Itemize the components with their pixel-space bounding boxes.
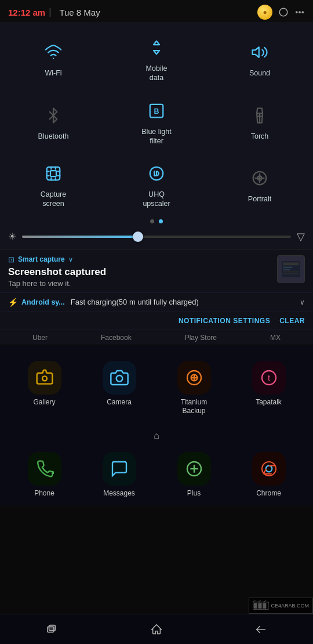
svg-text:B: B bbox=[154, 107, 159, 115]
qs-uhq[interactable]: UHQupscaler bbox=[105, 153, 208, 215]
gallery-label: Gallery bbox=[33, 398, 55, 407]
svg-marker-4 bbox=[253, 47, 259, 57]
svg-point-0 bbox=[279, 8, 287, 16]
app-plus[interactable]: Plus bbox=[158, 447, 230, 503]
status-bar: 12:12 am | Tue 8 May ● bbox=[0, 0, 313, 22]
bluelight-icon: B bbox=[144, 98, 169, 124]
app-titanium[interactable]: TitaniumBackup bbox=[158, 356, 230, 421]
tapatalk-icon: t bbox=[252, 361, 286, 395]
nav-recents-button[interactable] bbox=[41, 618, 64, 641]
app-gallery[interactable]: Gallery bbox=[8, 356, 81, 421]
titanium-icon bbox=[177, 361, 211, 395]
bluetooth-icon bbox=[41, 103, 66, 128]
qs-bluelight-label: Blue lightfilter bbox=[141, 127, 171, 146]
capture-icon bbox=[41, 161, 66, 186]
svg-rect-39 bbox=[49, 625, 56, 630]
screenshot-thumbnail bbox=[277, 255, 305, 283]
charging-notification[interactable]: ⚡ Android sy... Fast charging(50 m until… bbox=[0, 293, 313, 312]
svg-rect-10 bbox=[50, 171, 56, 176]
nav-back-button[interactable] bbox=[249, 618, 272, 641]
charging-app-name: Android sy... bbox=[21, 298, 65, 306]
notif-screenshot-sub: Tap here to view it. bbox=[8, 279, 305, 288]
status-separator: | bbox=[49, 7, 51, 17]
svg-rect-9 bbox=[47, 167, 60, 180]
quick-settings-panel: Wi-Fi Mobiledata Sound Bluetooth B bbox=[0, 22, 313, 249]
app-phone[interactable]: Phone bbox=[8, 447, 81, 503]
svg-point-2 bbox=[299, 12, 300, 13]
app-messages[interactable]: Messages bbox=[83, 447, 155, 503]
plus-label: Plus bbox=[187, 489, 201, 498]
menu-dots-icon bbox=[294, 7, 305, 17]
qs-capture[interactable]: Capturescreen bbox=[2, 153, 104, 215]
app-strip-mx[interactable]: MX bbox=[270, 334, 281, 342]
app-grid-1: Gallery Camera TitaniumBackup bbox=[0, 350, 313, 426]
nav-home-button[interactable] bbox=[145, 618, 168, 641]
qs-grid: Wi-Fi Mobiledata Sound Bluetooth B bbox=[0, 27, 313, 215]
qs-torch-label: Torch bbox=[251, 132, 269, 141]
app-grid-2: Phone Messages Plus bbox=[0, 444, 313, 506]
qs-bluelight[interactable]: B Blue lightfilter bbox=[105, 90, 208, 152]
portrait-icon bbox=[247, 165, 272, 191]
app-strip-uber[interactable]: Uber bbox=[32, 334, 48, 342]
app-strip-playstore[interactable]: Play Store bbox=[185, 334, 217, 342]
dot-2[interactable] bbox=[159, 219, 163, 223]
sound-icon bbox=[247, 39, 272, 65]
charging-chevron-icon: ∨ bbox=[300, 298, 305, 306]
svg-rect-32 bbox=[254, 603, 257, 608]
svg-rect-17 bbox=[283, 269, 290, 270]
screenshot-notification[interactable]: ⊡ Smart capture ∨ Screenshot captured Ta… bbox=[0, 249, 313, 293]
svg-rect-16 bbox=[283, 266, 292, 267]
notif-chevron-icon: ∨ bbox=[68, 256, 73, 263]
uhq-icon bbox=[144, 161, 169, 186]
wifi-icon bbox=[41, 39, 66, 65]
svg-rect-34 bbox=[263, 603, 267, 608]
app-chrome[interactable]: Chrome bbox=[232, 447, 305, 503]
qs-uhq-label: UHQupscaler bbox=[143, 190, 170, 209]
qs-mobile-data-label: Mobiledata bbox=[146, 64, 168, 83]
qs-sound-label: Sound bbox=[249, 68, 270, 78]
app-camera[interactable]: Camera bbox=[83, 356, 155, 421]
status-time: 12:12 am bbox=[8, 8, 45, 17]
status-icons: ● bbox=[257, 5, 305, 20]
svg-point-1 bbox=[296, 12, 297, 13]
page-dots bbox=[0, 215, 313, 227]
app-tapatalk[interactable]: t Tapatalk bbox=[232, 356, 305, 421]
svg-point-20 bbox=[42, 376, 47, 381]
svg-point-30 bbox=[265, 465, 272, 472]
qs-portrait-label: Portrait bbox=[248, 194, 271, 204]
clear-button[interactable]: CLEAR bbox=[279, 317, 305, 325]
qs-capture-label: Capturescreen bbox=[41, 190, 66, 209]
gallery-icon bbox=[28, 361, 61, 395]
notification-area: ⊡ Smart capture ∨ Screenshot captured Ta… bbox=[0, 249, 313, 345]
mobile-data-icon bbox=[144, 35, 169, 60]
brightness-expand-icon[interactable]: ▽ bbox=[297, 230, 305, 243]
home-indicator-row: ⌂ bbox=[0, 426, 313, 444]
brightness-row: ☀ ▽ bbox=[0, 227, 313, 249]
qs-sound[interactable]: Sound bbox=[209, 27, 311, 89]
camera-label: Camera bbox=[107, 398, 132, 407]
notif-app-row: ⊡ Smart capture ∨ bbox=[8, 255, 305, 264]
home-screen: Gallery Camera TitaniumBackup bbox=[0, 345, 313, 506]
qs-portrait[interactable]: Portrait bbox=[209, 153, 311, 215]
brightness-thumb[interactable] bbox=[133, 231, 143, 242]
app-strip-facebook[interactable]: Facebook bbox=[101, 334, 132, 342]
messages-label: Messages bbox=[103, 489, 135, 498]
status-date: Tue 8 May bbox=[59, 8, 100, 17]
coin-icon: ● bbox=[257, 5, 272, 20]
brightness-icon: ☀ bbox=[8, 231, 16, 242]
qs-mobile-data[interactable]: Mobiledata bbox=[105, 27, 208, 89]
svg-rect-33 bbox=[259, 603, 262, 608]
phone-icon bbox=[28, 452, 61, 486]
qs-torch[interactable]: Torch bbox=[209, 90, 311, 152]
notif-screenshot-title: Screenshot captured bbox=[8, 266, 305, 278]
plus-icon bbox=[177, 452, 211, 486]
chrome-label: Chrome bbox=[256, 489, 281, 498]
smart-capture-icon: ⊡ bbox=[8, 255, 14, 264]
home-indicator: ⌂ bbox=[150, 429, 163, 443]
notification-settings-button[interactable]: NOTIFICATION SETTINGS bbox=[179, 317, 270, 325]
dot-1[interactable] bbox=[150, 219, 154, 223]
qs-bluetooth[interactable]: Bluetooth bbox=[2, 90, 104, 152]
qs-wifi[interactable]: Wi-Fi bbox=[2, 27, 104, 89]
svg-rect-19 bbox=[283, 273, 299, 274]
brightness-slider[interactable] bbox=[22, 236, 291, 238]
